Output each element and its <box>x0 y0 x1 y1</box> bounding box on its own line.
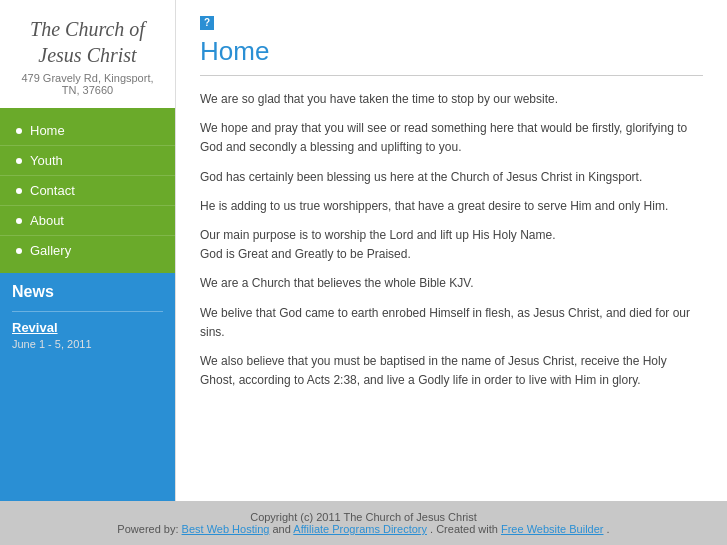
footer-and-1: and <box>272 523 293 535</box>
help-icon[interactable]: ? <box>200 16 214 30</box>
content-para-6: We are a Church that believes the whole … <box>200 274 703 293</box>
news-item-revival-link[interactable]: Revival <box>12 320 163 335</box>
nav-bullet <box>16 158 22 164</box>
content-divider <box>200 75 703 76</box>
site-address: 479 Gravely Rd, Kingsport, TN, 37660 <box>12 72 163 96</box>
site-title-block: The Church of Jesus Christ 479 Gravely R… <box>0 0 175 108</box>
nav-item-youth[interactable]: Youth <box>0 146 175 176</box>
nav-item-about[interactable]: About <box>0 206 175 236</box>
content-para-8: We also believe that you must be baptise… <box>200 352 703 390</box>
content-para-4: He is adding to us true worshippers, tha… <box>200 197 703 216</box>
nav-label: Youth <box>30 153 63 168</box>
nav-menu: Home Youth Contact About Gallery <box>0 108 175 273</box>
footer: Copyright (c) 2011 The Church of Jesus C… <box>0 501 727 545</box>
nav-label: Home <box>30 123 65 138</box>
nav-label: Gallery <box>30 243 71 258</box>
news-section: News Revival June 1 - 5, 2011 <box>0 273 175 501</box>
footer-powered-by: Powered by: <box>117 523 178 535</box>
nav-item-gallery[interactable]: Gallery <box>0 236 175 265</box>
nav-bullet <box>16 218 22 224</box>
footer-link-affiliate[interactable]: Affiliate Programs Directory <box>293 523 427 535</box>
nav-bullet <box>16 128 22 134</box>
footer-copyright-text: Copyright (c) 2011 The Church of Jesus C… <box>250 511 477 523</box>
footer-period2: . <box>607 523 610 535</box>
footer-link-builder[interactable]: Free Website Builder <box>501 523 604 535</box>
footer-link-hosting[interactable]: Best Web Hosting <box>182 523 270 535</box>
footer-created-with: Created with <box>436 523 498 535</box>
nav-bullet <box>16 248 22 254</box>
content-para-2: We hope and pray that you will see or re… <box>200 119 703 157</box>
news-title: News <box>12 283 163 301</box>
content-area: ? Home We are so glad that you have take… <box>175 0 727 501</box>
nav-label: About <box>30 213 64 228</box>
news-item-revival-date: June 1 - 5, 2011 <box>12 338 163 350</box>
page-heading: Home <box>200 36 703 67</box>
main-area: The Church of Jesus Christ 479 Gravely R… <box>0 0 727 501</box>
nav-label: Contact <box>30 183 75 198</box>
nav-item-home[interactable]: Home <box>0 116 175 146</box>
content-para-7: We belive that God came to earth enrobed… <box>200 304 703 342</box>
content-para-3: God has certainly been blessing us here … <box>200 168 703 187</box>
footer-links: Powered by: Best Web Hosting and Affilia… <box>16 523 711 535</box>
nav-item-contact[interactable]: Contact <box>0 176 175 206</box>
site-title: The Church of Jesus Christ <box>12 16 163 68</box>
sidebar: The Church of Jesus Christ 479 Gravely R… <box>0 0 175 501</box>
page-wrapper: The Church of Jesus Christ 479 Gravely R… <box>0 0 727 545</box>
footer-copyright: Copyright (c) 2011 The Church of Jesus C… <box>16 511 711 523</box>
news-divider <box>12 311 163 312</box>
content-para-1: We are so glad that you have taken the t… <box>200 90 703 109</box>
content-para-5: Our main purpose is to worship the Lord … <box>200 226 703 264</box>
nav-bullet <box>16 188 22 194</box>
